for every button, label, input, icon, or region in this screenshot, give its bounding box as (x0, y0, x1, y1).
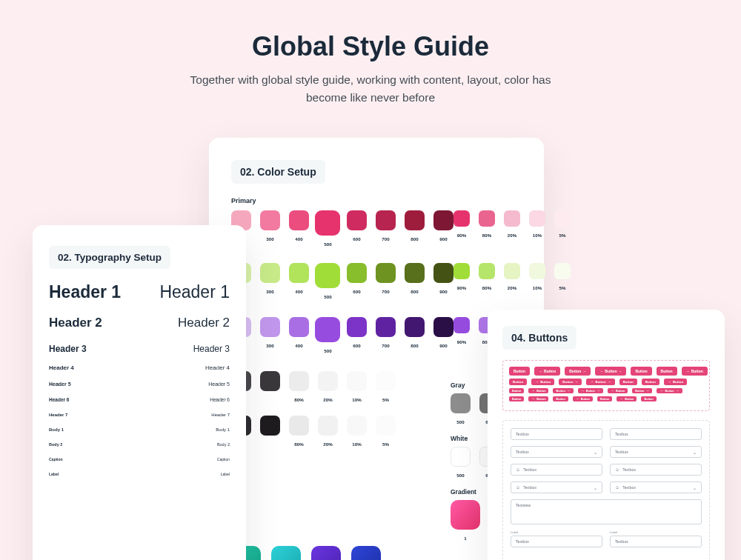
sample-button[interactable]: →Button (608, 388, 628, 393)
neutral-row-1: 80%20%10%5% (231, 371, 357, 402)
textbox-user-select[interactable]: ☺Textbox⌄ (511, 481, 602, 493)
sample-button[interactable]: →Button (682, 367, 708, 376)
user-icon: ☺ (516, 485, 520, 490)
typography-row: LabelLabel (49, 472, 230, 476)
sample-button[interactable]: →Button (617, 396, 637, 401)
textbox-plain[interactable]: Textbox (511, 428, 602, 440)
textbox-user-select[interactable]: ☺Textbox⌄ (610, 481, 702, 493)
typography-row: Header 2Header 2 (49, 316, 230, 330)
typography-row: CaptionCaption (49, 457, 230, 461)
textbox-select[interactable]: Textbox⌄ (610, 446, 702, 458)
sample-button[interactable]: Button→ (565, 367, 591, 376)
sample-button[interactable]: →Button→ (578, 388, 603, 393)
sample-button[interactable]: Button (509, 379, 527, 385)
typo-regular: Header 5 (208, 381, 230, 387)
user-icon: ☺ (615, 467, 619, 472)
sample-button[interactable]: Button (509, 388, 524, 393)
arrow-right-icon: → (539, 370, 542, 373)
sample-button[interactable]: →Button (531, 379, 554, 385)
typo-bold: Header 7 (49, 413, 67, 417)
textbox-user[interactable]: ☺Textbox (610, 464, 702, 476)
sample-button[interactable]: →Button (528, 396, 548, 401)
buttons-section-tag: 04. Buttons (502, 326, 576, 350)
chevron-down-icon: ⌄ (693, 485, 697, 490)
color-swatch (260, 371, 280, 402)
typo-regular: Body 1 (216, 427, 230, 432)
sample-button[interactable]: Button→ (559, 379, 582, 385)
sample-button[interactable]: Button (642, 379, 659, 385)
arrow-right-icon: → (619, 397, 623, 401)
arrow-right-icon: → (608, 380, 611, 384)
neutral-row-2: 80%20%10%5% (231, 416, 357, 447)
primary-shade-row: 300400500600700800900 (231, 210, 453, 247)
arrow-right-icon: → (531, 397, 535, 401)
arrow-right-icon: → (611, 389, 614, 393)
color-swatch: 10% (529, 263, 545, 290)
typography-row: Header 7Header 7 (49, 413, 230, 417)
typo-bold: Caption (49, 457, 63, 461)
arrow-right-icon: → (645, 389, 649, 393)
color-swatch: 500 (451, 393, 471, 424)
textarea[interactable]: Textarea (511, 499, 702, 524)
typography-row: Header 4Header 4 (49, 364, 230, 371)
color-swatch: 700 (376, 263, 396, 299)
typography-row: Header 1Header 1 (49, 282, 230, 302)
sample-button[interactable]: Button (509, 367, 530, 376)
gradient-swatch: 4 (351, 546, 381, 560)
gradient-swatch: 3 (311, 546, 341, 560)
sample-button[interactable]: Button (553, 396, 568, 401)
sample-button[interactable]: Button (619, 379, 637, 385)
gradient-row: 1234 (231, 546, 522, 560)
sample-button[interactable]: →Button (573, 396, 593, 401)
sample-button[interactable]: →Button (534, 367, 560, 376)
textbox-user[interactable]: ☺Textbox (511, 464, 602, 476)
typo-regular: Header 6 (210, 397, 230, 402)
sample-button[interactable]: Button (641, 396, 656, 401)
color-swatch: 600 (347, 210, 367, 247)
color-swatch: 900 (433, 317, 453, 353)
sample-button[interactable]: →Button (664, 379, 687, 385)
color-swatch: 80% (289, 371, 309, 402)
sample-button[interactable]: Button (597, 396, 612, 401)
labeled-textbox[interactable]: Textbox (610, 536, 702, 547)
typography-row: Body 2Body 2 (49, 442, 230, 447)
sample-button[interactable]: →Button→ (586, 379, 614, 385)
color-swatch: 900 (433, 263, 453, 299)
textbox-select[interactable]: Textbox⌄ (511, 446, 602, 458)
color-section-tag: 02. Color Setup (231, 160, 325, 184)
sample-button[interactable]: →Button→ (595, 367, 626, 376)
sample-button[interactable]: Button→ (632, 388, 652, 393)
color-swatch: 80% (479, 210, 495, 238)
labeled-textbox[interactable]: Textbox (511, 536, 602, 547)
typography-row: Header 6Header 6 (49, 397, 230, 402)
gradient-swatch: 2 (271, 546, 301, 560)
color-swatch: 80% (479, 263, 495, 290)
sample-button[interactable]: →Button (528, 388, 548, 393)
typo-bold: Header 2 (49, 316, 102, 330)
typo-section-tag: 02. Typography Setup (49, 246, 170, 269)
color-swatch: 10% (529, 210, 545, 238)
color-swatch: 5% (376, 416, 396, 447)
textbox-plain[interactable]: Textbox (610, 428, 702, 440)
color-swatch: 300 (260, 263, 280, 299)
color-swatch: 80% (289, 416, 309, 447)
typo-regular: Header 1 (159, 282, 230, 302)
arrow-right-icon: → (668, 380, 671, 384)
chevron-down-icon: ⌄ (594, 485, 597, 490)
typography-row: Header 5Header 5 (49, 381, 230, 387)
sample-button[interactable]: Button (631, 367, 651, 376)
sample-button[interactable]: Button (657, 367, 677, 376)
hero: Global Style Guide Together with global … (0, 0, 741, 107)
sample-button[interactable]: →Button→ (657, 388, 682, 393)
color-swatch: 300 (260, 210, 280, 247)
color-swatch: 20% (504, 263, 520, 290)
sample-button[interactable]: Button→ (553, 388, 573, 393)
color-swatch: 500 (318, 210, 338, 247)
color-swatch: 90% (453, 317, 470, 344)
typo-regular: Header 4 (205, 364, 230, 371)
color-swatch: 400 (289, 263, 309, 299)
typo-regular: Body 2 (217, 442, 230, 447)
sample-button[interactable]: Button (509, 396, 524, 401)
typo-regular: Label (221, 472, 230, 476)
color-swatch: 600 (347, 317, 367, 353)
